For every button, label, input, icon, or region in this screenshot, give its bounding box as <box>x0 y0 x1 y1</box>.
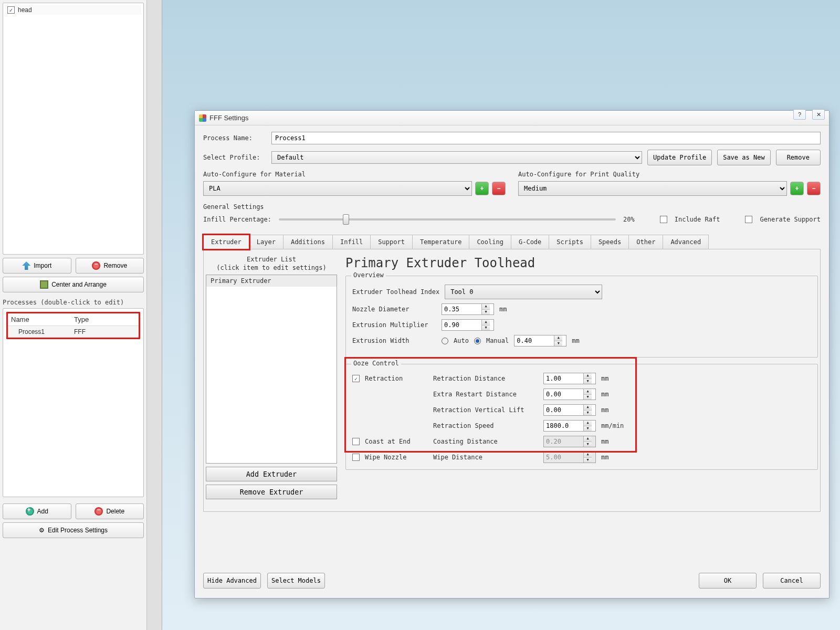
fff-settings-dialog: FFF Settings ? ✕ Process Name: Select Pr… <box>194 110 830 598</box>
remove-extruder-button[interactable]: Remove Extruder <box>206 485 337 499</box>
tab-content: Extruder List (click item to edit settin… <box>203 249 821 512</box>
extruder-list-sub: (click item to edit settings) <box>206 264 337 271</box>
tab-layer[interactable]: Layer <box>249 235 284 249</box>
ooze-group: Ooze Control ✓ Retraction Retraction Dis… <box>345 364 818 470</box>
help-button[interactable]: ? <box>793 109 806 120</box>
col-name-header: Name <box>11 316 74 323</box>
extrusion-multiplier-spin[interactable]: ▲▼ <box>442 319 494 331</box>
gear-icon: ⚙ <box>39 527 45 534</box>
quality-combo[interactable]: Medium <box>518 181 787 196</box>
vertical-lift-spin[interactable]: ▲▼ <box>543 404 596 416</box>
edit-process-settings-button[interactable]: ⚙ Edit Process Settings <box>3 522 144 538</box>
coast-distance-label: Coasting Distance <box>433 438 538 445</box>
nozzle-diameter-label: Nozzle Diameter <box>352 306 436 313</box>
coast-checkbox[interactable] <box>352 438 360 445</box>
vertical-lift-label: Retraction Vertical Lift <box>433 406 538 414</box>
tab-other[interactable]: Other <box>628 235 663 249</box>
cancel-button[interactable]: Cancel <box>763 573 821 589</box>
generate-support-label: Generate Support <box>760 216 821 223</box>
delete-quality-button[interactable]: − <box>807 182 821 195</box>
extruder-list-title: Extruder List <box>206 256 337 263</box>
panel-resize-handle[interactable] <box>146 0 162 630</box>
extra-restart-spin[interactable]: ▲▼ <box>543 388 596 400</box>
hide-advanced-button[interactable]: Hide Advanced <box>203 573 261 589</box>
tab-extruder[interactable]: Extruder <box>203 235 249 249</box>
delete-process-button[interactable]: Delete <box>76 503 144 519</box>
import-button[interactable]: Import <box>3 258 71 274</box>
remove-icon <box>92 261 100 270</box>
add-quality-button[interactable]: + <box>790 182 804 195</box>
add-process-button[interactable]: Add <box>3 503 71 519</box>
toolhead-index-combo[interactable]: Tool 0 <box>445 285 602 299</box>
slider-thumb[interactable] <box>343 214 349 225</box>
tab-additions[interactable]: Additions <box>283 235 333 249</box>
delete-icon <box>94 507 103 516</box>
spin-down-icon[interactable]: ▼ <box>482 310 490 315</box>
select-models-button[interactable]: Select Models <box>267 573 325 589</box>
wipe-checkbox[interactable] <box>352 454 360 461</box>
model-row[interactable]: ✓ head <box>5 5 141 15</box>
add-extruder-button[interactable]: Add Extruder <box>206 467 337 481</box>
tab-temperature[interactable]: Temperature <box>412 235 469 249</box>
tab-cooling[interactable]: Cooling <box>469 235 511 249</box>
processes-header: Name Type <box>8 313 139 326</box>
infill-slider[interactable] <box>279 214 616 225</box>
dialog-titlebar[interactable]: FFF Settings ? ✕ <box>195 111 829 125</box>
tab-support[interactable]: Support <box>370 235 413 249</box>
retraction-speed-spin[interactable]: ▲▼ <box>543 420 596 432</box>
model-label: head <box>18 6 32 14</box>
nozzle-diameter-spin[interactable]: ▲▼ <box>442 303 494 315</box>
model-checkbox[interactable]: ✓ <box>7 6 15 14</box>
process-name-input[interactable] <box>271 132 821 144</box>
retraction-distance-spin[interactable]: ▲▼ <box>543 373 596 384</box>
auto-material-label: Auto-Configure for Material <box>203 171 506 178</box>
retraction-speed-label: Retraction Speed <box>433 422 538 429</box>
tab-speeds[interactable]: Speeds <box>591 235 629 249</box>
dialog-title: FFF Settings <box>209 114 248 122</box>
center-arrange-button[interactable]: Center and Arrange <box>3 277 144 292</box>
auto-quality-label: Auto-Configure for Print Quality <box>518 171 821 178</box>
tab-advanced[interactable]: Advanced <box>663 235 709 249</box>
remove-model-button[interactable]: Remove <box>76 258 144 274</box>
select-profile-label: Select Profile: <box>203 154 266 161</box>
width-manual-radio[interactable] <box>474 338 481 344</box>
retraction-checkbox[interactable]: ✓ <box>352 375 360 382</box>
models-list: ✓ head <box>3 3 144 255</box>
left-sidebar: ✓ head Import Remove Center and Arrange … <box>0 0 147 630</box>
ok-button[interactable]: OK <box>699 573 757 589</box>
delete-material-button[interactable]: − <box>492 182 506 195</box>
coast-label: Coast at End <box>365 438 428 445</box>
include-raft-checkbox[interactable] <box>660 216 667 223</box>
save-as-new-button[interactable]: Save as New <box>717 150 770 165</box>
tab-infill[interactable]: Infill <box>332 235 371 249</box>
process-row[interactable]: Process1 FFF <box>8 326 139 338</box>
import-icon <box>22 261 30 270</box>
retraction-distance-label: Retraction Distance <box>433 375 538 382</box>
overview-legend: Overview <box>351 271 386 279</box>
toolhead-index-label: Extruder Toolhead Index <box>352 288 439 296</box>
close-button[interactable]: ✕ <box>812 109 825 120</box>
remove-profile-button[interactable]: Remove <box>776 150 821 165</box>
extra-restart-label: Extra Restart Distance <box>433 391 538 398</box>
ooze-legend: Ooze Control <box>351 360 401 367</box>
col-type-header: Type <box>74 316 135 323</box>
add-material-button[interactable]: + <box>475 182 489 195</box>
material-combo[interactable]: PLA <box>203 181 472 196</box>
coast-distance-spin: ▲▼ <box>543 436 596 447</box>
infill-pct-label: Infill Percentage: <box>203 216 271 223</box>
select-profile-combo[interactable]: Default <box>271 151 642 164</box>
infill-pct-value: 20% <box>623 216 635 223</box>
extrusion-width-spin[interactable]: ▲▼ <box>514 335 566 346</box>
spin-up-icon[interactable]: ▲ <box>482 304 490 310</box>
extruder-item[interactable]: Primary Extruder <box>206 275 337 287</box>
update-profile-button[interactable]: Update Profile <box>647 150 712 165</box>
settings-tabs: Extruder Layer Additions Infill Support … <box>203 235 821 249</box>
extrusion-width-label: Extrusion Width <box>352 337 436 344</box>
tab-gcode[interactable]: G-Code <box>511 235 549 249</box>
wipe-distance-spin: ▲▼ <box>543 452 596 463</box>
tab-scripts[interactable]: Scripts <box>549 235 591 249</box>
generate-support-checkbox[interactable] <box>745 216 752 223</box>
process-name-label: Process Name: <box>203 134 266 142</box>
retraction-label: Retraction <box>365 375 428 382</box>
width-auto-radio[interactable] <box>442 338 448 344</box>
